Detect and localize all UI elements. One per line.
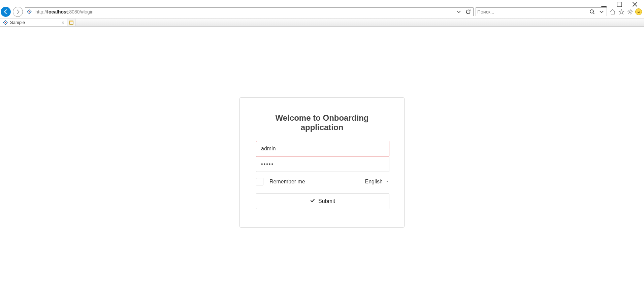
password-input[interactable] (256, 156, 389, 172)
window-maximize-button[interactable] (616, 1, 623, 8)
url-rest: :8080/#login (68, 9, 94, 14)
svg-point-6 (638, 11, 638, 11)
reload-button[interactable] (464, 8, 472, 16)
svg-point-3 (29, 11, 30, 12)
window-controls (595, 0, 644, 9)
language-value: English (365, 179, 383, 185)
page-content: Welcome to Onboarding application Rememb… (0, 27, 644, 297)
svg-point-9 (5, 22, 6, 23)
nav-forward-button[interactable] (13, 7, 23, 17)
browser-tab[interactable]: Sample × (0, 19, 67, 26)
remember-me-label: Remember me (269, 179, 305, 185)
address-bar[interactable]: http://localhost:8080/#login (25, 7, 474, 16)
home-icon[interactable] (609, 8, 616, 16)
svg-rect-11 (69, 21, 73, 22)
username-input[interactable] (256, 141, 389, 156)
check-icon (310, 198, 315, 204)
tab-close-button[interactable]: × (62, 20, 64, 25)
window-minimize-button[interactable] (600, 1, 608, 8)
chevron-down-icon (385, 179, 389, 185)
submit-button[interactable]: Submit (256, 194, 389, 209)
window-close-button[interactable] (631, 1, 639, 8)
search-dropdown-icon[interactable] (598, 8, 605, 16)
search-input[interactable] (477, 8, 586, 16)
search-icon[interactable] (588, 8, 596, 16)
svg-point-5 (629, 11, 631, 13)
feedback-icon[interactable] (635, 8, 642, 15)
login-title: Welcome to Onboarding application (256, 113, 388, 132)
submit-label: Submit (318, 198, 335, 204)
tab-favicon (3, 20, 8, 25)
language-select[interactable]: English (365, 179, 389, 185)
browser-chrome: http://localhost:8080/#login (0, 0, 644, 27)
svg-point-7 (639, 11, 640, 11)
favorites-icon[interactable] (618, 8, 625, 16)
remember-me-checkbox[interactable] (256, 178, 263, 185)
search-box[interactable] (476, 7, 607, 16)
tab-title: Sample (10, 20, 25, 25)
url-proto: http:// (35, 9, 47, 14)
compat-dropdown-icon[interactable] (455, 8, 462, 16)
svg-point-4 (590, 10, 593, 13)
nav-back-button[interactable] (1, 7, 11, 17)
url-display: http://localhost:8080/#login (34, 9, 453, 14)
site-icon (27, 9, 32, 14)
new-tab-button[interactable] (67, 19, 75, 26)
tab-strip: Sample × (0, 18, 644, 26)
svg-rect-0 (617, 2, 622, 7)
login-card: Welcome to Onboarding application Rememb… (239, 97, 405, 228)
tools-icon[interactable] (626, 8, 634, 16)
url-host: localhost (47, 9, 68, 14)
login-options-row: Remember me English (256, 178, 389, 185)
